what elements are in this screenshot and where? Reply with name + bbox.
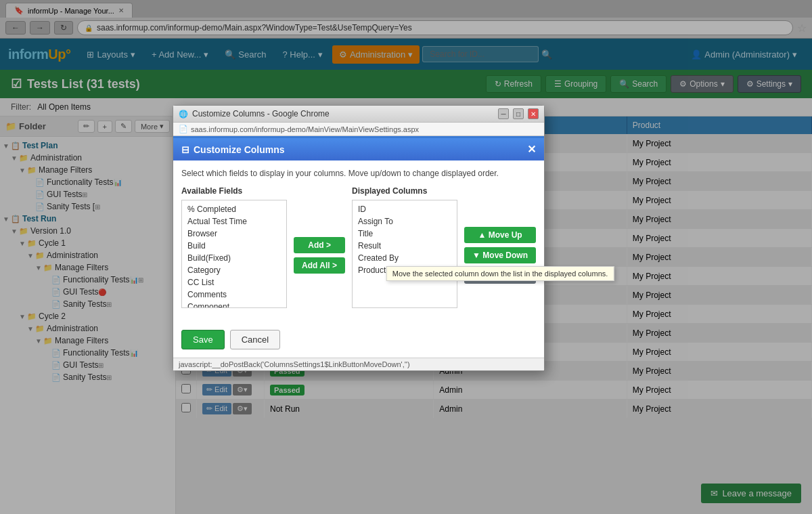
field-category[interactable]: Category (185, 264, 284, 276)
move-up-button[interactable]: ▲ Move Up (464, 227, 536, 243)
modal-header-icon: ⊟ (181, 144, 189, 155)
modal-close-chrome-btn[interactable]: ✕ (528, 108, 539, 119)
dcol-result[interactable]: Result (355, 240, 454, 252)
modal-body: Select which fields to display in your c… (173, 160, 544, 324)
displayed-columns-section: Displayed Columns ID Assign To Title Res… (352, 186, 457, 308)
dcol-created-by[interactable]: Created By (355, 252, 454, 264)
modal-header: ⊟ Customize Columns ✕ (173, 138, 544, 160)
modal-minimize-btn[interactable]: ─ (498, 108, 509, 119)
field-browser[interactable]: Browser (185, 228, 284, 240)
modal-title: Customize Columns (194, 144, 527, 155)
modal-footer: Save Cancel (173, 324, 544, 358)
dcol-title[interactable]: Title (355, 228, 454, 240)
modal-browser-title: Customize Columns - Google Chrome (192, 109, 494, 119)
modal-content: ⊟ Customize Columns ✕ Select which field… (173, 136, 544, 358)
field-cc-list[interactable]: CC List (185, 276, 284, 288)
available-fields-header: Available Fields (181, 186, 287, 196)
modal-browser-icon: 🌐 (179, 110, 188, 119)
cancel-button[interactable]: Cancel (230, 330, 280, 349)
available-fields-section: Available Fields % Completed Actual Test… (181, 186, 287, 308)
modal-maximize-btn[interactable]: □ (513, 108, 524, 119)
columns-layout: Available Fields % Completed Actual Test… (181, 186, 536, 308)
field-pct-completed[interactable]: % Completed (185, 203, 284, 215)
customize-columns-modal: 🌐 Customize Columns - Google Chrome ─ □ … (173, 105, 545, 371)
modal-address-text: saas.informup.com/informup-demo/MainView… (191, 125, 419, 133)
field-build-fixed[interactable]: Build(Fixed) (185, 252, 284, 264)
field-actual-test-time[interactable]: Actual Test Time (185, 215, 284, 228)
modal-browser-titlebar: 🌐 Customize Columns - Google Chrome ─ □ … (173, 106, 544, 123)
field-build[interactable]: Build (185, 240, 284, 252)
add-all-button[interactable]: Add All > (294, 257, 345, 274)
modal-description: Select which fields to display in your c… (181, 169, 536, 178)
dcol-id[interactable]: ID (355, 203, 454, 215)
available-fields-list[interactable]: % Completed Actual Test Time Browser Bui… (181, 200, 287, 308)
add-buttons: Add > Add All > (294, 186, 345, 308)
modal-page-icon: 📄 (179, 125, 188, 133)
displayed-columns-list[interactable]: ID Assign To Title Result Created By Pro… (352, 200, 457, 308)
displayed-columns-header: Displayed Columns (352, 186, 457, 196)
move-down-button[interactable]: ▼ Move Down (464, 247, 536, 263)
move-down-tooltip: Move the selected column down the list i… (386, 266, 614, 281)
modal-close-button[interactable]: ✕ (527, 143, 536, 156)
modal-overlay: 🌐 Customize Columns - Google Chrome ─ □ … (0, 0, 812, 514)
save-button[interactable]: Save (181, 330, 225, 349)
modal-statusbar: javascript:__doPostBack('ColumnsSettings… (173, 358, 544, 370)
modal-address-bar: 📄 saas.informup.com/informup-demo/MainVi… (173, 123, 544, 136)
field-component[interactable]: Component (185, 301, 284, 308)
move-buttons: ▲ Move Up ▼ Move Down Move the selected … (464, 186, 536, 308)
add-button[interactable]: Add > (294, 237, 345, 253)
dcol-assign-to[interactable]: Assign To (355, 215, 454, 228)
field-comments[interactable]: Comments (185, 288, 284, 301)
